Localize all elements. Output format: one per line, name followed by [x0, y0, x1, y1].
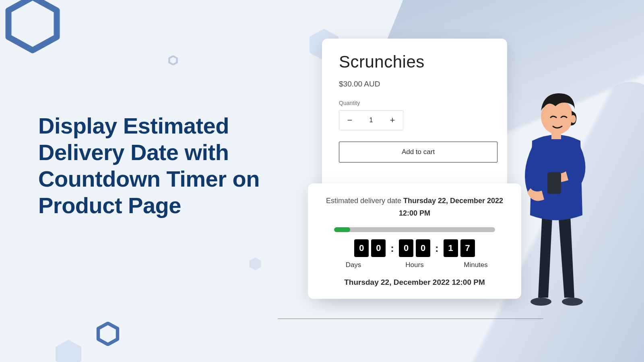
- countdown-labels: Days Hours Minutes: [318, 261, 511, 269]
- countdown-separator: :: [389, 239, 396, 257]
- progress-bar-fill: [334, 227, 350, 232]
- headline: Display Estimated Delivery Date with Cou…: [38, 113, 288, 219]
- countdown-digit: 1: [444, 239, 458, 257]
- countdown-digit: 0: [416, 239, 430, 257]
- countdown-label-hours: Hours: [398, 261, 431, 269]
- countdown-separator: :: [433, 239, 440, 257]
- delivery-bottom-date: Thursday 22, December 2022 12:00 PM: [318, 278, 511, 287]
- countdown-label-days: Days: [337, 261, 370, 269]
- svg-marker-0: [8, 0, 57, 50]
- progress-bar: [334, 227, 495, 232]
- product-title: Scrunchies: [339, 52, 490, 72]
- countdown-digit: 0: [371, 239, 386, 257]
- countdown-days: 0 0: [354, 239, 386, 257]
- countdown-digit: 7: [460, 239, 475, 257]
- quantity-value: 1: [360, 117, 382, 124]
- svg-marker-1: [169, 56, 177, 64]
- estimated-delivery-line: Estimated delivery date Thursday 22, Dec…: [318, 195, 511, 219]
- add-to-cart-button[interactable]: Add to cart: [339, 142, 497, 162]
- countdown-minutes: 1 7: [444, 239, 475, 257]
- svg-rect-8: [547, 172, 561, 194]
- hex-decoration: [168, 56, 178, 65]
- estimated-delivery-date: Thursday 22, December 2022 12:00 PM: [399, 197, 503, 217]
- delivery-card: Estimated delivery date Thursday 22, Dec…: [308, 183, 521, 299]
- hex-decoration: [52, 338, 85, 362]
- baseline-rule: [278, 319, 543, 319]
- svg-marker-4: [98, 323, 118, 345]
- product-price: $30.00 AUD: [339, 80, 490, 88]
- svg-point-7: [562, 298, 583, 306]
- countdown-label-minutes: Minutes: [459, 261, 492, 269]
- hex-decoration: [96, 322, 120, 346]
- person-illustration: [504, 80, 609, 310]
- svg-point-6: [530, 298, 551, 306]
- svg-point-11: [570, 115, 576, 123]
- hex-decoration: [2, 0, 63, 54]
- hex-decoration: [248, 257, 262, 271]
- estimated-delivery-prefix: Estimated delivery date: [326, 197, 403, 205]
- countdown-digit: 0: [354, 239, 369, 257]
- countdown-hours: 0 0: [399, 239, 430, 257]
- quantity-stepper[interactable]: − 1 +: [339, 110, 403, 130]
- countdown-timer: 0 0 : 0 0 : 1 7: [318, 239, 511, 257]
- quantity-increase-button[interactable]: +: [382, 111, 403, 130]
- svg-marker-3: [250, 257, 261, 270]
- countdown-digit: 0: [399, 239, 413, 257]
- quantity-label: Quantity: [339, 100, 490, 106]
- svg-marker-5: [56, 340, 81, 362]
- quantity-decrease-button[interactable]: −: [339, 111, 360, 130]
